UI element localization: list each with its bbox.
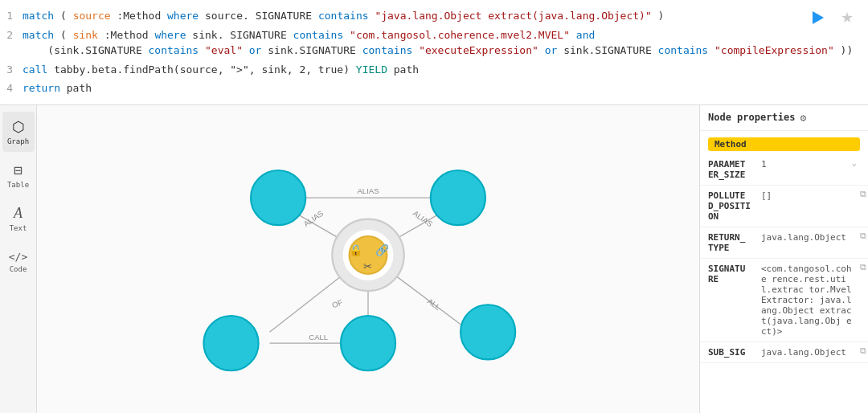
prop-key-sub-sig: SUB_SIG bbox=[700, 346, 758, 359]
prop-row-polluted-position: POLLUTED_POSITION [] ⧉ bbox=[700, 186, 868, 227]
code-line-1: 1 match ( source :Method where source. S… bbox=[0, 6, 868, 26]
code-line-3: 3 call tabby.beta.findPath(source, ">", … bbox=[0, 60, 868, 80]
keyword-match-1: match bbox=[23, 10, 54, 22]
prop-val-return-type: java.lang.Object bbox=[758, 231, 868, 244]
sidebar: ⬡ Graph ⊟ Table A Text </> Code bbox=[0, 105, 37, 414]
graph-canvas[interactable]: ALIAS ALIAS ALIAS CALL ALL OF 🔒 🔗 ✂ bbox=[37, 105, 699, 414]
prop-row-signature: SIGNATURE <com.tangosol.cohe rence.rest.… bbox=[700, 259, 868, 342]
properties-header: Node properties ⚙ bbox=[700, 105, 868, 131]
sidebar-label-table: Table bbox=[7, 181, 29, 189]
line-content-1: match ( source :Method where source. SIG… bbox=[23, 8, 868, 24]
sidebar-item-code[interactable]: </> Code bbox=[2, 242, 35, 282]
line-content-3: call tabby.beta.findPath(source, ">", si… bbox=[23, 62, 868, 78]
line-content-4: return path bbox=[23, 80, 868, 96]
svg-point-20 bbox=[251, 170, 305, 224]
prop-key-return-type: RETURN_TYPE bbox=[700, 231, 758, 255]
table-icon: ⊟ bbox=[14, 162, 23, 178]
code-icon: </> bbox=[9, 251, 27, 263]
svg-point-22 bbox=[203, 316, 258, 370]
run-button[interactable] bbox=[807, 6, 829, 29]
properties-table: PARAMETER_SIZE 1 ⌄ POLLUTED_POSITION [] … bbox=[700, 154, 868, 414]
svg-text:CALL: CALL bbox=[309, 332, 329, 341]
expand-icon-parameter-size[interactable]: ⌄ bbox=[851, 157, 857, 168]
settings-icon[interactable]: ⚙ bbox=[800, 112, 806, 124]
prop-key-signature: SIGNATURE bbox=[700, 262, 758, 286]
star-button[interactable]: ★ bbox=[836, 6, 858, 29]
properties-title: Node properties bbox=[708, 112, 795, 123]
prop-val-sub-sig: java.lang.Object bbox=[758, 346, 868, 359]
run-icon bbox=[813, 11, 824, 24]
copy-icon-polluted-position[interactable]: ⧉ bbox=[860, 189, 866, 199]
keyword-and: and bbox=[576, 29, 595, 41]
properties-panel: Node properties ⚙ Method PARAMETER_SIZE … bbox=[699, 105, 868, 414]
code-line-2: 2 match ( sink :Method where sink. SIGNA… bbox=[0, 26, 868, 60]
svg-text:ALIAS: ALIAS bbox=[357, 186, 379, 194]
graph-icon: ⬡ bbox=[12, 118, 25, 135]
line-content-2: match ( sink :Method where sink. SIGNATU… bbox=[23, 27, 868, 59]
copy-icon-return-type[interactable]: ⧉ bbox=[860, 231, 866, 241]
line-number-4: 4 bbox=[0, 80, 23, 96]
code-line-4: 4 return path bbox=[0, 79, 868, 98]
graph-svg: ALIAS ALIAS ALIAS CALL ALL OF 🔒 🔗 ✂ bbox=[37, 105, 699, 414]
editor-actions: ★ bbox=[807, 6, 858, 29]
method-badge: Method bbox=[708, 137, 860, 151]
prop-row-sub-sig: SUB_SIG java.lang.Object ⧉ bbox=[700, 342, 868, 363]
svg-text:🔒: 🔒 bbox=[349, 243, 363, 257]
sidebar-item-graph[interactable]: ⬡ Graph bbox=[2, 112, 35, 152]
copy-icon-signature[interactable]: ⧉ bbox=[860, 262, 866, 272]
line-number-3: 3 bbox=[0, 62, 23, 78]
string-1: "java.lang.Object extract(java.lang.Obje… bbox=[375, 10, 651, 22]
svg-text:🔗: 🔗 bbox=[375, 243, 390, 257]
code-editor: 1 match ( source :Method where source. S… bbox=[0, 0, 868, 105]
bottom-section: ⬡ Graph ⊟ Table A Text </> Code bbox=[0, 105, 868, 414]
sidebar-item-text[interactable]: A Text bbox=[2, 198, 35, 239]
prop-row-return-type: RETURN_TYPE java.lang.Object ⧉ bbox=[700, 227, 868, 259]
prop-val-signature: <com.tangosol.cohe rence.rest.util.extra… bbox=[758, 262, 868, 338]
var-source: source bbox=[73, 10, 111, 22]
prop-key-polluted-position: POLLUTED_POSITION bbox=[700, 189, 758, 223]
line-number-1: 1 bbox=[0, 8, 23, 24]
text-icon: A bbox=[14, 205, 23, 222]
svg-point-24 bbox=[461, 305, 515, 359]
sidebar-label-text: Text bbox=[10, 224, 27, 232]
svg-point-21 bbox=[431, 170, 485, 224]
copy-icon-sub-sig[interactable]: ⧉ bbox=[860, 346, 866, 356]
line-number-2: 2 bbox=[0, 27, 23, 43]
svg-text:✂: ✂ bbox=[363, 260, 372, 272]
prop-key-parameter-size: PARAMETER_SIZE bbox=[700, 157, 758, 182]
prop-val-polluted-position: [] bbox=[758, 189, 868, 202]
sidebar-label-graph: Graph bbox=[7, 137, 29, 145]
sidebar-item-table[interactable]: ⊟ Table bbox=[2, 155, 35, 195]
sidebar-label-code: Code bbox=[10, 265, 27, 273]
svg-point-23 bbox=[341, 316, 395, 370]
prop-row-parameter-size: PARAMETER_SIZE 1 ⌄ bbox=[700, 154, 868, 186]
